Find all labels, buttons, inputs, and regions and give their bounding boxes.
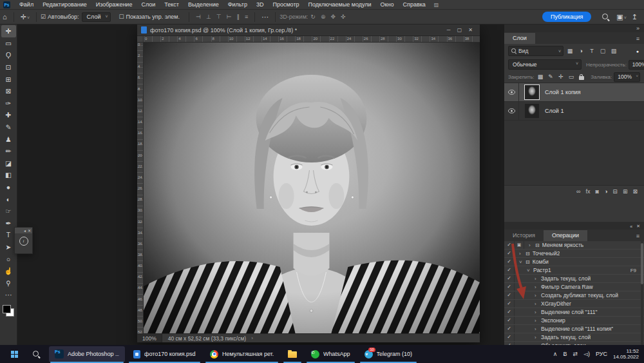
lock-all-icon[interactable]: [579, 76, 584, 80]
mode3d-icon[interactable]: ⊕: [318, 14, 328, 20]
show-controls-checkbox[interactable]: ☐: [118, 14, 124, 20]
layers-panel-button-icon[interactable]: ⊟: [612, 188, 618, 195]
restore-icon[interactable]: ▢: [454, 25, 465, 35]
mode3d-icon[interactable]: ✜: [338, 14, 348, 20]
action-row[interactable]: ✓ ˅ Растр1 F9: [504, 266, 644, 275]
action-row[interactable]: ✓ ˅ ⊟ Комби: [504, 258, 644, 266]
mode3d-icon[interactable]: ↻: [308, 14, 318, 20]
shape-tool[interactable]: ○: [1, 253, 16, 265]
action-checkmark[interactable]: ✓: [504, 291, 515, 299]
layers-panel-button-icon[interactable]: fx: [585, 188, 590, 195]
taskbar-psd-file[interactable]: фото170 копия.psd...: [128, 346, 202, 362]
blend-mode-select[interactable]: Обычные: [508, 59, 582, 70]
scrollbar-thumb[interactable]: [641, 243, 643, 284]
brush-tool[interactable]: ✎: [1, 121, 16, 133]
network-icon[interactable]: ⇄: [573, 351, 578, 357]
action-checkmark[interactable]: ✓: [504, 283, 515, 291]
expand-chevron-icon[interactable]: ›: [535, 326, 538, 332]
layer-row[interactable]: Слой 1: [504, 102, 644, 121]
expand-chevron-icon[interactable]: ˅: [527, 268, 531, 273]
close-icon[interactable]: ✕: [465, 25, 476, 35]
action-checkmark[interactable]: ✓: [504, 250, 515, 257]
foreground-color-swatch[interactable]: [3, 305, 11, 313]
action-row[interactable]: ✓ › ⊟ Точечный2: [504, 250, 644, 258]
search-button[interactable]: [26, 346, 46, 362]
action-checkmark[interactable]: ✓: [504, 325, 515, 333]
smudge-tool[interactable]: ☞: [1, 205, 16, 217]
align-icon[interactable]: ⊤: [214, 14, 224, 20]
visibility-toggle[interactable]: [504, 83, 519, 101]
photoshop-logo-icon[interactable]: Ps: [3, 1, 10, 8]
layer-name[interactable]: Слой 1: [545, 108, 564, 114]
crop-tool[interactable]: ⊞: [1, 73, 16, 85]
filter-toggle-icon[interactable]: ●: [636, 49, 640, 54]
action-checkmark[interactable]: ✓: [504, 333, 515, 341]
layers-panel-button-icon[interactable]: ∞: [576, 188, 580, 195]
expand-chevron-icon[interactable]: ›: [535, 276, 538, 282]
layer-filter-icon[interactable]: T: [587, 48, 596, 54]
lock-icon[interactable]: ▭: [567, 74, 576, 80]
menu-item[interactable]: Текст: [160, 0, 184, 9]
info-icon[interactable]: i: [19, 237, 28, 246]
layer-filter-icon[interactable]: ◑: [576, 48, 585, 54]
expand-chevron-icon[interactable]: ›: [535, 284, 538, 290]
layer-thumbnail[interactable]: [525, 104, 539, 118]
layer-thumbnail[interactable]: [525, 85, 539, 99]
taskbar-photoshop[interactable]: Ps Adobe Photoshop ...: [49, 346, 125, 362]
healing-brush-tool[interactable]: ✚: [1, 109, 16, 121]
align-icon[interactable]: ⊥: [204, 14, 214, 20]
close-icon[interactable]: ✕: [636, 224, 640, 229]
expand-chevron-icon[interactable]: ›: [535, 335, 538, 340]
collapse-dock-icon[interactable]: »: [636, 25, 639, 32]
layers-panel-button-icon[interactable]: ⊞: [623, 188, 628, 195]
menu-item[interactable]: Выделение: [184, 0, 223, 9]
lasso-tool[interactable]: Ϙ: [1, 49, 16, 61]
expand-chevron-icon[interactable]: ›: [535, 309, 538, 315]
action-row[interactable]: ✓ ▣ › ⊟ Меняем яркость: [504, 241, 644, 250]
action-checkmark[interactable]: ✓: [504, 258, 515, 266]
move-tool[interactable]: ✛: [1, 25, 16, 37]
taskbar-telegram[interactable]: ➤ 10 Telegram (10): [359, 346, 419, 362]
menu-item[interactable]: Слои: [137, 0, 160, 9]
frame-tool[interactable]: ⊠: [1, 85, 16, 97]
action-row[interactable]: ✓ › Задать текущ. слой: [504, 275, 644, 283]
layer-filter-select[interactable]: Вид: [508, 46, 564, 56]
menu-item[interactable]: Изображение: [91, 0, 137, 9]
taskbar-explorer[interactable]: [282, 346, 303, 362]
status-chevron-icon[interactable]: ›: [251, 335, 253, 341]
layers-panel-button-icon[interactable]: ⊠: [632, 188, 638, 195]
action-checkmark[interactable]: ✓: [504, 300, 515, 308]
canvas-image[interactable]: [144, 43, 480, 333]
tab-history[interactable]: История: [504, 230, 544, 241]
action-modal-toggle[interactable]: ▣: [515, 241, 524, 249]
collapse-icon[interactable]: «: [630, 224, 632, 229]
menu-item[interactable]: Справка: [399, 0, 430, 9]
menu-item[interactable]: Просмотр: [268, 0, 303, 9]
layers-panel-button-icon[interactable]: ◑: [604, 188, 607, 195]
action-row[interactable]: ✓ › Экспонир: [504, 317, 644, 325]
scrollbar[interactable]: [641, 241, 643, 350]
expand-chevron-icon[interactable]: ›: [535, 293, 538, 299]
lock-icon[interactable]: ▩: [536, 74, 545, 80]
zoom-tool[interactable]: ⚲: [1, 277, 16, 289]
expand-chevron-icon[interactable]: ›: [529, 242, 533, 248]
edit-toolbar[interactable]: ⋯: [1, 289, 16, 301]
menu-item[interactable]: Окно: [376, 0, 399, 9]
mode3d-icon[interactable]: ✥: [328, 14, 338, 20]
menu-item[interactable]: 3D: [252, 0, 269, 9]
minimize-icon[interactable]: ─: [443, 25, 454, 35]
tab-actions[interactable]: Операции: [544, 230, 587, 241]
volume-icon[interactable]: ◅): [583, 351, 590, 357]
eyedropper-tool[interactable]: ✑: [1, 97, 16, 110]
action-checkmark[interactable]: ✓: [504, 241, 515, 249]
visibility-toggle[interactable]: [504, 102, 519, 120]
layer-filter-icon[interactable]: ▦: [565, 48, 574, 54]
object-selection-tool[interactable]: ⊡: [1, 61, 16, 74]
menu-extra-icon[interactable]: ▨: [434, 2, 439, 8]
workspace-icon[interactable]: ▣˅: [614, 13, 629, 21]
search-icon[interactable]: [601, 13, 610, 21]
expand-chevron-icon[interactable]: ›: [535, 301, 538, 307]
blur-tool[interactable]: ●: [1, 181, 16, 193]
collapse-icon[interactable]: ◂: [24, 228, 26, 233]
home-icon[interactable]: ⌂: [0, 13, 10, 21]
